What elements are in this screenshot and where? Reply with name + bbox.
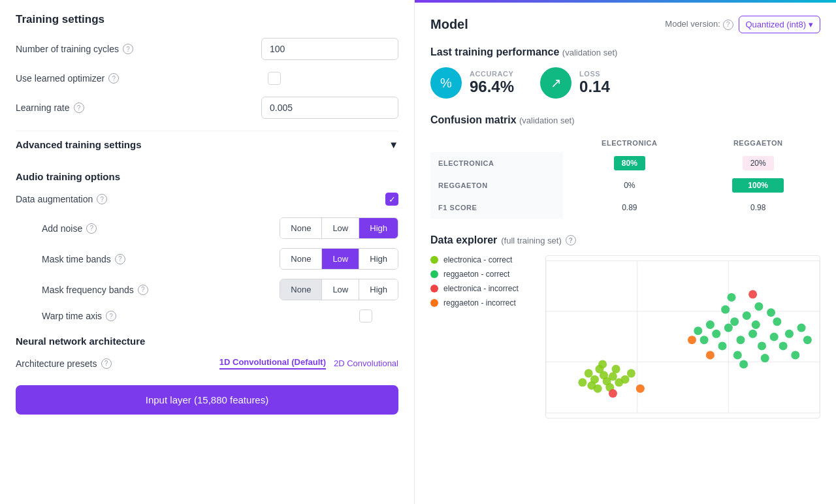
optimizer-checkbox[interactable] [268,72,281,85]
mask-freq-help-icon[interactable]: ? [138,285,148,295]
mask-freq-label: Mask frequency bands ? [42,285,148,295]
audio-title: Audio training options [16,171,398,182]
svg-point-23 [609,389,617,398]
mask-time-low-btn[interactable]: Low [322,249,359,269]
training-settings-title: Training settings [16,13,398,26]
model-header: Model Model version: ? Quantized (int8) … [430,16,820,33]
mask-freq-high-btn[interactable]: High [359,279,398,300]
optimizer-help-icon[interactable]: ? [108,73,119,84]
mask-freq-none-btn[interactable]: None [280,279,322,300]
svg-point-28 [730,317,739,326]
data-aug-row: Data augmentation ? [16,193,398,206]
svg-point-38 [779,341,788,350]
add-noise-label: Add noise ? [42,223,97,234]
confusion-row-label-electronica: ELECTRONICA [430,152,563,174]
num-cycles-input[interactable] [261,38,398,60]
svg-point-47 [803,336,812,344]
legend-dot-electronica-incorrect [430,285,438,292]
data-aug-help-icon[interactable]: ? [97,194,107,204]
model-version-help-icon[interactable]: ? [723,20,733,30]
accuracy-label: ACCURACY [470,70,514,78]
nn-title: Neural network architecture [16,336,398,347]
confusion-cell-rr: 100% [696,174,820,197]
add-noise-btn-group: None Low High [280,217,398,239]
svg-point-35 [752,321,760,329]
add-noise-none-btn[interactable]: None [280,218,322,238]
warp-time-row: Warp time axis ? [42,309,398,323]
confusion-row-f1: F1 SCORE 0.89 0.98 [430,197,820,219]
svg-point-29 [718,341,727,350]
confusion-row-label-f1: F1 SCORE [430,197,563,219]
right-panel: Model Model version: ? Quantized (int8) … [415,0,836,504]
svg-point-33 [706,321,715,329]
svg-point-20 [621,375,630,384]
svg-point-24 [636,385,645,393]
augmentation-options: Add noise ? None Low High Mask time band… [16,217,398,323]
model-version-container: Model version: ? Quantized (int8) ▾ [665,16,820,33]
svg-point-52 [706,351,715,359]
version-select[interactable]: Quantized (int8) ▾ [739,16,821,33]
explorer-title: Data explorer (full training set) ? [430,234,820,246]
svg-point-31 [743,311,751,320]
svg-point-45 [754,302,763,311]
num-cycles-help-icon[interactable]: ? [123,44,133,54]
mask-freq-row: Mask frequency bands ? None Low High [42,279,398,300]
num-cycles-label: Number of training cycles ? [16,44,133,54]
confusion-cell-ee: 80% [563,152,696,174]
mask-time-none-btn[interactable]: None [280,249,322,269]
legend-dot-reggaeton-correct [430,270,438,278]
svg-point-41 [791,351,799,359]
svg-point-21 [578,378,587,386]
confusion-row-label-reggaeton: REGGAETON [430,174,563,197]
svg-point-51 [688,336,696,344]
legend-electronica-correct: electronica - correct [430,255,535,264]
add-noise-help-icon[interactable]: ? [86,223,97,234]
scatter-legend: electronica - correct reggaeton - correc… [430,255,535,418]
svg-point-13 [585,369,593,377]
confusion-section: Confusion matrix (validation set) ELECTR… [430,114,820,219]
mask-time-high-btn[interactable]: High [359,249,398,269]
svg-point-39 [773,317,781,326]
mask-time-btn-group: None Low High [280,248,398,270]
accuracy-value: 96.4% [470,78,514,96]
svg-point-53 [748,290,757,298]
data-aug-label: Data augmentation ? [16,194,107,204]
explorer-help-icon[interactable]: ? [566,235,576,245]
loss-value: 0.14 [579,78,610,96]
mask-freq-btn-group: None Low High [280,279,398,300]
warp-time-checkbox[interactable] [359,309,372,323]
legend-electronica-incorrect: electronica - incorrect [430,284,535,293]
learning-rate-input[interactable] [261,97,398,119]
version-chevron-icon: ▾ [809,20,813,29]
arch-1d-link[interactable]: 1D Convolutional (Default) [219,357,326,370]
confusion-matrix-table: ELECTRONICA REGGAETON ELECTRONICA 80% 20… [430,134,820,219]
svg-point-22 [627,369,635,377]
loss-label: LOSS [579,70,610,78]
arch-help-icon[interactable]: ? [101,358,112,369]
confusion-cell-f1e: 0.89 [563,197,696,219]
learning-rate-help-icon[interactable]: ? [74,102,84,113]
add-noise-low-btn[interactable]: Low [322,218,359,238]
svg-point-16 [612,365,620,373]
add-noise-high-btn[interactable]: High [359,218,398,238]
data-aug-checkbox[interactable] [385,193,398,206]
svg-point-50 [727,293,735,302]
svg-point-49 [739,360,748,368]
arch-2d-link[interactable]: 2D Convolutional [334,358,398,368]
metrics-row: % ACCURACY 96.4% ↗ LOSS 0.14 [430,67,820,99]
legend-reggaeton-correct: reggaeton - correct [430,270,535,279]
legend-label-reggaeton-incorrect: reggaeton - incorrect [443,298,516,307]
advanced-settings-row[interactable]: Advanced training settings ▼ [16,131,398,158]
left-panel: Training settings Number of training cyc… [0,0,415,504]
arch-label: Architecture presets ? [16,358,112,369]
legend-dot-reggaeton-incorrect [430,299,438,307]
mask-time-help-icon[interactable]: ? [115,254,125,264]
accuracy-card: % ACCURACY 96.4% [430,67,514,99]
input-layer-button[interactable]: Input layer (15,880 features) [16,385,398,415]
svg-point-46 [767,308,775,317]
svg-point-30 [748,330,757,338]
mask-freq-low-btn[interactable]: Low [322,279,359,300]
warp-time-help-icon[interactable]: ? [106,311,116,321]
legend-label-electronica-correct: electronica - correct [443,255,512,264]
arch-links: 1D Convolutional (Default) 2D Convolutio… [219,357,398,370]
